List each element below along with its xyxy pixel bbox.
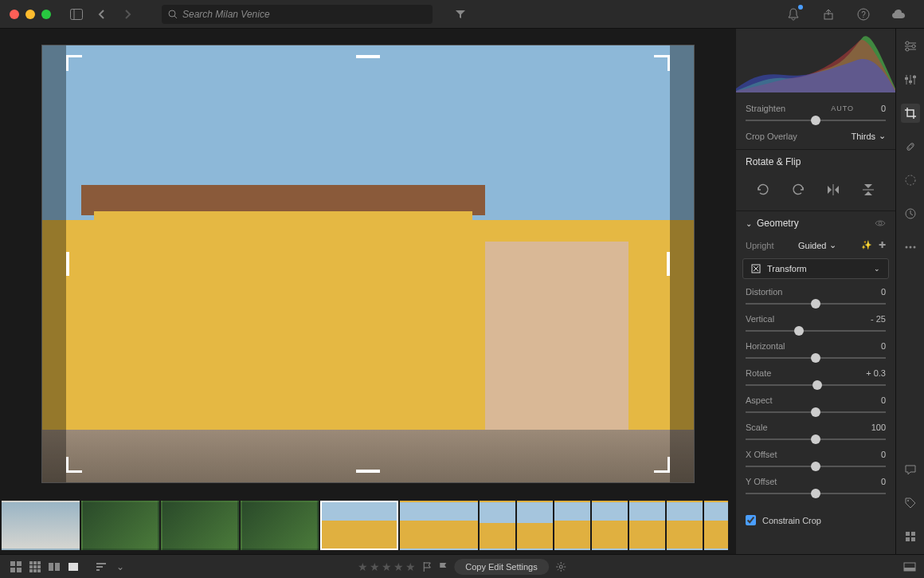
vertical-slider[interactable] — [746, 330, 886, 332]
rotate-slider[interactable] — [746, 384, 886, 386]
small-grid-view-icon[interactable] — [27, 560, 43, 573]
close-window-button[interactable] — [10, 10, 19, 19]
tag-icon[interactable] — [901, 493, 920, 513]
share-icon[interactable] — [819, 5, 838, 24]
svg-rect-42 — [37, 565, 41, 568]
thumbnail[interactable] — [629, 501, 665, 550]
crop-handle-top[interactable] — [356, 55, 380, 58]
chevron-down-icon: ⌄ — [874, 265, 880, 273]
thumbnail[interactable] — [667, 501, 703, 550]
constrain-crop-checkbox[interactable] — [746, 515, 756, 525]
svg-point-26 — [909, 246, 911, 249]
thumbnail[interactable] — [592, 501, 628, 550]
crop-handle-bottom-left[interactable] — [66, 457, 82, 473]
straighten-label: Straighten — [746, 104, 785, 113]
crop-handle-bottom-right[interactable] — [654, 457, 670, 473]
upright-dropdown[interactable]: Guided ⌄ — [798, 240, 836, 250]
xoffset-slider[interactable] — [746, 466, 886, 467]
search-input[interactable]: Search Milan Venice — [162, 5, 433, 24]
svg-rect-29 — [906, 532, 910, 536]
cloud-icon[interactable] — [889, 5, 908, 24]
comment-icon[interactable] — [901, 460, 920, 479]
grid-view-icon[interactable] — [8, 560, 24, 573]
thumbnail[interactable] — [517, 501, 553, 550]
edit-tool-icon[interactable] — [901, 37, 920, 56]
vertical-value: - 25 — [871, 314, 886, 324]
maximize-window-button[interactable] — [41, 10, 51, 19]
star-rating[interactable]: ★★★★★ — [358, 560, 416, 573]
thumbnail[interactable] — [81, 501, 159, 550]
svg-rect-35 — [10, 568, 15, 572]
notifications-icon[interactable] — [784, 5, 803, 24]
info-toggle-icon[interactable] — [903, 562, 916, 572]
crop-handle-right[interactable] — [667, 252, 670, 276]
rotate-cw-icon[interactable] — [787, 179, 809, 201]
svg-point-25 — [905, 246, 907, 249]
flag-rejected-icon[interactable] — [438, 561, 448, 572]
aspect-value: 0 — [881, 395, 886, 405]
back-button[interactable] — [92, 5, 112, 24]
mask-tool-icon[interactable] — [901, 171, 920, 190]
thumbnail[interactable] — [704, 501, 728, 550]
flag-picked-icon[interactable] — [422, 561, 432, 572]
aspect-slider[interactable] — [746, 411, 886, 413]
svg-point-2 — [169, 10, 175, 17]
svg-point-22 — [911, 144, 913, 146]
top-bar: Search Milan Venice ? — [0, 0, 924, 29]
straighten-value: 0 — [854, 104, 886, 113]
thumbnail[interactable] — [241, 501, 319, 550]
upright-guides-icon[interactable]: ✚ — [879, 240, 886, 250]
transform-section-header[interactable]: Transform ⌄ — [742, 258, 889, 279]
upright-wand-icon[interactable]: ✨ — [861, 240, 872, 250]
minimize-window-button[interactable] — [25, 10, 35, 19]
heal-tool-icon[interactable] — [901, 137, 920, 156]
more-tool-icon[interactable] — [901, 238, 920, 257]
histogram[interactable] — [736, 29, 895, 92]
compare-view-icon[interactable] — [46, 560, 62, 573]
chevron-down-icon[interactable]: ⌄ — [116, 561, 124, 572]
single-view-icon[interactable] — [65, 560, 81, 573]
geometry-section[interactable]: ⌄ Geometry — [736, 210, 895, 235]
sidebar-toggle-icon[interactable] — [67, 5, 86, 24]
rotate-ccw-icon[interactable] — [752, 179, 774, 201]
chevron-down-icon: ⌄ — [829, 240, 836, 250]
photo-canvas[interactable] — [41, 45, 695, 483]
help-icon[interactable]: ? — [854, 5, 873, 24]
thumbnail[interactable] — [480, 501, 515, 550]
grid-icon[interactable] — [901, 527, 920, 546]
settings-gear-icon[interactable] — [555, 561, 566, 572]
horizontal-slider[interactable] — [746, 357, 886, 359]
svg-line-3 — [174, 16, 177, 18]
flip-horizontal-icon[interactable] — [822, 179, 844, 201]
straighten-auto-button[interactable]: AUTO — [831, 104, 854, 112]
crop-handle-top-right[interactable] — [654, 55, 670, 71]
chevron-down-icon: ⌄ — [746, 219, 752, 228]
tool-strip — [895, 29, 924, 554]
thumbnail[interactable] — [400, 501, 478, 550]
thumbnail[interactable] — [2, 501, 80, 550]
yoffset-slider[interactable] — [746, 493, 886, 494]
svg-rect-31 — [906, 537, 910, 541]
adjust-tool-icon[interactable] — [901, 70, 920, 89]
scale-slider[interactable] — [746, 438, 886, 440]
copy-edit-settings-button[interactable]: Copy Edit Settings — [454, 559, 549, 575]
horizontal-label: Horizontal — [746, 341, 785, 351]
crop-tool-icon[interactable] — [901, 104, 920, 123]
filter-icon[interactable] — [451, 5, 470, 24]
straighten-slider[interactable] — [746, 120, 886, 121]
crop-handle-bottom[interactable] — [356, 470, 380, 473]
svg-rect-44 — [33, 569, 37, 572]
forward-button[interactable] — [118, 5, 137, 24]
crop-overlay-dropdown[interactable]: Thirds ⌄ — [851, 131, 886, 141]
sort-icon[interactable] — [96, 562, 108, 572]
crop-handle-left[interactable] — [66, 252, 69, 276]
flip-vertical-icon[interactable] — [857, 179, 879, 201]
rotate-flip-section: Rotate & Flip — [736, 149, 895, 174]
crop-handle-top-left[interactable] — [66, 55, 82, 71]
thumbnail[interactable] — [161, 501, 239, 550]
eye-icon[interactable] — [875, 219, 886, 227]
distortion-slider[interactable] — [746, 303, 886, 305]
thumbnail-selected[interactable] — [320, 501, 398, 550]
history-tool-icon[interactable] — [901, 204, 920, 223]
thumbnail[interactable] — [554, 501, 590, 550]
